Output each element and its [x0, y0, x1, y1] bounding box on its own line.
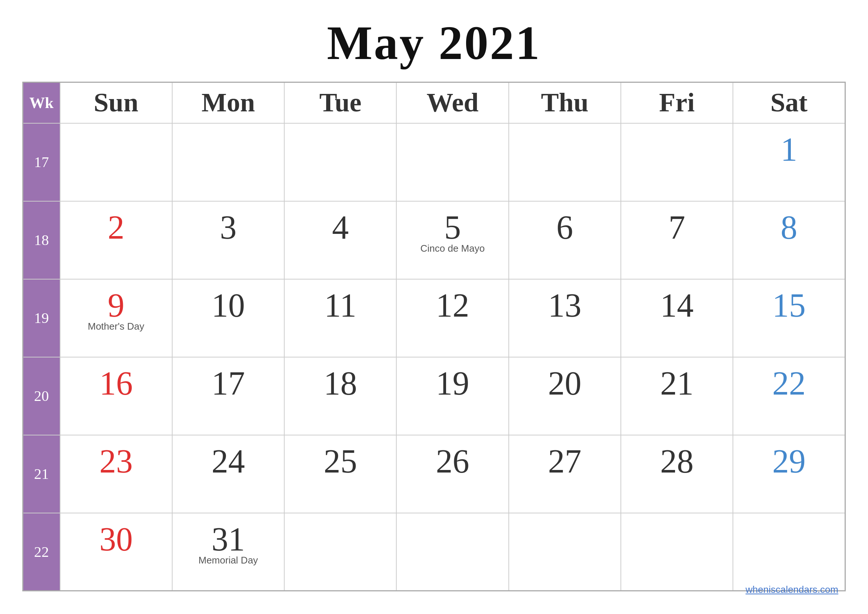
day-cell	[733, 513, 845, 591]
day-cell: 29	[733, 435, 845, 513]
calendar-row: 171	[23, 123, 845, 201]
day-cell: 2	[60, 201, 172, 279]
holiday-label: Mother's Day	[68, 321, 164, 332]
header-wed: Wed	[396, 82, 508, 123]
day-number: 4	[292, 208, 389, 247]
day-cell: 23	[60, 435, 172, 513]
day-cell: 5Cinco de Mayo	[396, 201, 508, 279]
day-number: 8	[741, 208, 837, 247]
calendar-row: 2016171819202122	[23, 357, 845, 435]
week-number: 22	[23, 513, 60, 591]
day-cell: 24	[172, 435, 284, 513]
day-number: 10	[180, 286, 276, 324]
day-number: 5	[404, 208, 501, 247]
day-cell	[396, 513, 508, 591]
day-number: 28	[629, 442, 725, 481]
calendar-row: 2123242526272829	[23, 435, 845, 513]
day-cell	[509, 123, 621, 201]
day-cell: 3	[172, 201, 284, 279]
day-number: 23	[68, 442, 164, 481]
day-number: 3	[180, 208, 276, 247]
day-number: 26	[404, 442, 501, 481]
day-cell: 10	[172, 279, 284, 357]
calendar-table: Wk Sun Mon Tue Wed Thu Fri Sat 171182345…	[22, 82, 846, 591]
day-number: 19	[404, 364, 501, 402]
watermark[interactable]: wheniscalendars.com	[746, 584, 838, 595]
day-number: 20	[516, 364, 613, 402]
day-cell: 14	[621, 279, 733, 357]
day-cell: 31Memorial Day	[172, 513, 284, 591]
day-number: 14	[629, 286, 725, 324]
week-number: 17	[23, 123, 60, 201]
day-number: 30	[68, 520, 164, 558]
day-number: 13	[516, 286, 613, 324]
header-tue: Tue	[284, 82, 396, 123]
day-number: 9	[68, 286, 164, 324]
header-sun: Sun	[60, 82, 172, 123]
day-cell	[284, 513, 396, 591]
week-number: 20	[23, 357, 60, 435]
day-number: 29	[741, 442, 837, 481]
day-number: 18	[292, 364, 389, 402]
day-cell	[509, 513, 621, 591]
calendar-row: 223031Memorial Day	[23, 513, 845, 591]
day-number: 11	[292, 286, 389, 324]
holiday-label: Memorial Day	[180, 555, 276, 566]
day-cell: 21	[621, 357, 733, 435]
day-cell	[284, 123, 396, 201]
day-cell	[60, 123, 172, 201]
header-fri: Fri	[621, 82, 733, 123]
day-number: 7	[629, 208, 725, 247]
day-cell: 22	[733, 357, 845, 435]
day-cell: 7	[621, 201, 733, 279]
day-cell: 8	[733, 201, 845, 279]
day-cell: 9Mother's Day	[60, 279, 172, 357]
day-cell	[172, 123, 284, 201]
day-cell: 26	[396, 435, 508, 513]
wk-header: Wk	[23, 82, 60, 123]
day-number: 2	[68, 208, 164, 247]
day-number: 17	[180, 364, 276, 402]
day-cell	[621, 123, 733, 201]
day-cell: 20	[509, 357, 621, 435]
page-title: May 2021	[327, 15, 541, 71]
day-cell: 13	[509, 279, 621, 357]
day-number: 21	[629, 364, 725, 402]
day-cell	[396, 123, 508, 201]
calendar-row: 199Mother's Day101112131415	[23, 279, 845, 357]
header-mon: Mon	[172, 82, 284, 123]
day-cell: 19	[396, 357, 508, 435]
header-thu: Thu	[509, 82, 621, 123]
day-cell: 28	[621, 435, 733, 513]
day-number: 27	[516, 442, 613, 481]
day-number: 24	[180, 442, 276, 481]
day-number: 31	[180, 520, 276, 558]
day-number: 6	[516, 208, 613, 247]
calendar-row: 182345Cinco de Mayo678	[23, 201, 845, 279]
header-row: Wk Sun Mon Tue Wed Thu Fri Sat	[23, 82, 845, 123]
holiday-label: Cinco de Mayo	[404, 243, 501, 254]
day-cell: 16	[60, 357, 172, 435]
day-cell: 17	[172, 357, 284, 435]
day-number: 12	[404, 286, 501, 324]
day-cell: 6	[509, 201, 621, 279]
day-cell: 1	[733, 123, 845, 201]
header-sat: Sat	[733, 82, 845, 123]
week-number: 21	[23, 435, 60, 513]
day-cell: 4	[284, 201, 396, 279]
day-cell: 27	[509, 435, 621, 513]
week-number: 18	[23, 201, 60, 279]
day-cell: 11	[284, 279, 396, 357]
day-cell	[621, 513, 733, 591]
day-number: 16	[68, 364, 164, 402]
day-number: 25	[292, 442, 389, 481]
day-number: 15	[741, 286, 837, 324]
day-cell: 12	[396, 279, 508, 357]
day-cell: 25	[284, 435, 396, 513]
calendar-body: 171182345Cinco de Mayo678199Mother's Day…	[23, 123, 845, 591]
day-number: 1	[741, 130, 837, 169]
day-cell: 15	[733, 279, 845, 357]
day-cell: 18	[284, 357, 396, 435]
day-cell: 30	[60, 513, 172, 591]
day-number: 22	[741, 364, 837, 402]
